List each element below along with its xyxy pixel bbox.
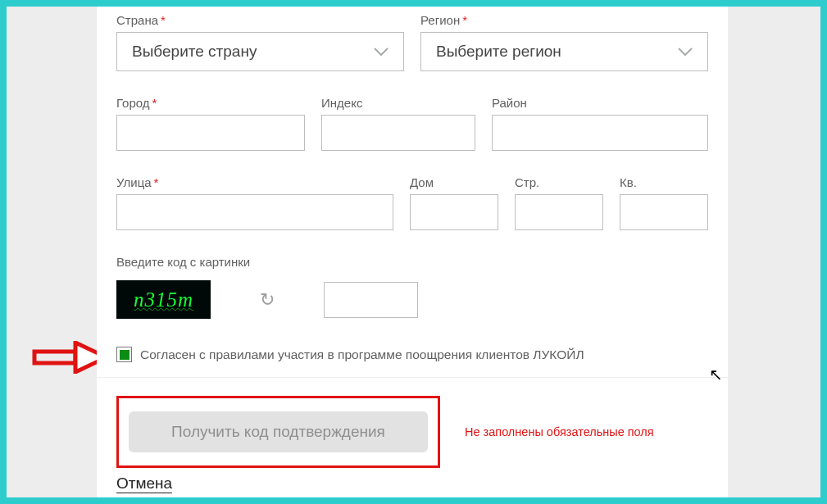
country-select-value: Выберите страну	[132, 43, 257, 61]
country-label: Страна*	[116, 13, 404, 27]
agree-label: Согласен с правилами участия в программе…	[140, 347, 584, 362]
chevron-down-icon	[678, 47, 693, 57]
apt-label: Кв.	[620, 175, 708, 189]
city-input[interactable]	[116, 115, 305, 151]
svg-rect-0	[34, 352, 75, 363]
agree-checkbox[interactable]	[116, 347, 132, 362]
house-label: Дом	[410, 175, 498, 189]
district-label: Район	[492, 96, 708, 110]
checkbox-checked-icon	[120, 350, 130, 360]
index-label: Индекс	[321, 96, 475, 110]
submit-highlight-box: Получить код подтверждения	[116, 396, 440, 468]
refresh-captcha-icon[interactable]: ↻	[260, 289, 275, 311]
building-input[interactable]	[515, 194, 603, 230]
city-label: Город*	[116, 96, 305, 110]
captcha-input[interactable]	[324, 282, 418, 318]
street-input[interactable]	[116, 194, 393, 230]
street-label: Улица*	[116, 175, 393, 189]
country-select[interactable]: Выберите страну	[116, 32, 404, 71]
submit-button[interactable]: Получить код подтверждения	[129, 411, 428, 452]
region-select-value: Выберите регион	[436, 43, 561, 61]
apt-input[interactable]	[620, 194, 708, 230]
divider	[97, 377, 728, 378]
building-label: Стр.	[515, 175, 603, 189]
cancel-link[interactable]: Отмена	[116, 474, 172, 493]
region-label: Регион*	[420, 13, 708, 27]
registration-form: Страна* Выберите страну Регион* Выберите…	[97, 7, 728, 504]
captcha-label: Введите код с картинки	[116, 255, 708, 269]
house-input[interactable]	[410, 194, 498, 230]
chevron-down-icon	[374, 47, 389, 57]
district-input[interactable]	[492, 115, 708, 151]
region-select[interactable]: Выберите регион	[420, 32, 708, 71]
error-message: Не заполнены обязательные поля	[465, 425, 654, 438]
captcha-image: n315m	[116, 280, 211, 319]
index-input[interactable]	[321, 115, 475, 151]
